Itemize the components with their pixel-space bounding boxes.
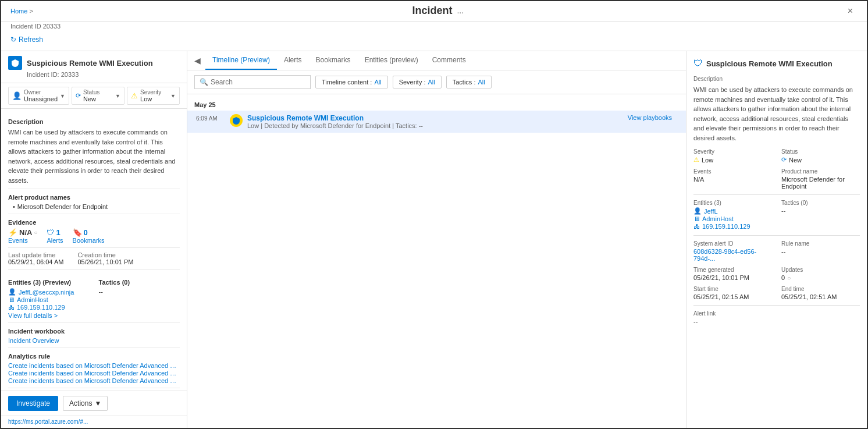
analytics-link-3[interactable]: Create incidents based on Microsoft Defe…	[8, 377, 180, 384]
user-icon: 👤	[8, 288, 16, 296]
bookmarks-icon: 🔖	[73, 228, 82, 237]
tactics-label: Tactics (0)	[99, 279, 180, 286]
timeline-content: May 25 6:09 AM Suspicious Remote WMI Exe…	[187, 94, 686, 428]
view-playbooks-link[interactable]: View playbooks	[628, 114, 679, 121]
filters-bar: 🔍 Timeline content : All Severity : All …	[187, 70, 686, 94]
description-title: Description	[8, 118, 180, 125]
timeline-item[interactable]: 6:09 AM Suspicious Remote WMI Execution …	[187, 111, 686, 133]
severity-dropdown[interactable]: ⚠ Severity Low ▼	[127, 87, 180, 105]
actions-button[interactable]: Actions ▼	[63, 396, 108, 411]
timeline-date-header: May 25	[187, 99, 686, 111]
left-panel-footer: Investigate Actions ▼	[1, 391, 187, 416]
view-full-details-link[interactable]: View full details >	[8, 312, 90, 319]
alerts-icon: 🛡	[47, 228, 54, 237]
right-network-icon: 🖧	[693, 223, 700, 230]
search-input-wrap[interactable]: 🔍	[194, 75, 311, 89]
actions-chevron-icon: ▼	[94, 399, 101, 407]
owner-dropdown[interactable]: 👤 Owner Unassigned ▼	[8, 87, 69, 105]
alert-product-title: Alert product names	[8, 194, 180, 201]
refresh-button[interactable]: ↻ Refresh	[10, 33, 858, 46]
tab-bookmarks[interactable]: Bookmarks	[309, 51, 358, 70]
right-entity-1-link[interactable]: 👤 JeffL	[693, 207, 772, 215]
right-rule-name-field: Rule name --	[781, 240, 860, 262]
tab-comments[interactable]: Comments	[425, 51, 473, 70]
right-time-generated-field: Time generated 05/26/21, 10:01 PM	[693, 267, 772, 281]
evidence-row: ⚡ N/A ○ Events 🛡 1 Alerts	[8, 228, 180, 244]
tab-timeline[interactable]: Timeline (Preview)	[205, 51, 277, 70]
search-input[interactable]	[211, 78, 304, 86]
person-icon: 👤	[12, 91, 22, 100]
bookmarks-label[interactable]: Bookmarks	[73, 237, 105, 244]
right-host-icon: 🖥	[693, 215, 700, 222]
timeline-content-filter[interactable]: Timeline content : All	[315, 76, 388, 88]
workbook-link[interactable]: Incident Overview	[8, 337, 180, 344]
analytics-title: Analytics rule	[8, 353, 180, 360]
incident-info-header: Suspicious Remote WMI Execution Incident…	[1, 51, 187, 83]
right-end-time-field: End time 05/25/21, 02:51 AM	[781, 286, 860, 300]
creation-label: Creation time	[77, 251, 133, 258]
close-button[interactable]: ×	[843, 3, 858, 19]
right-entity-2-link[interactable]: 🖥 AdminHost	[693, 215, 772, 222]
right-start-time-value: 05/25/21, 02:15 AM	[693, 293, 772, 300]
left-panel-content: Description WMI can be used by attackers…	[1, 109, 187, 391]
right-status-value: ⟳ New	[781, 156, 860, 164]
right-entity-3-link[interactable]: 🖧 169.159.110.129	[693, 223, 772, 230]
tactics-filter-label: Tactics :	[453, 79, 476, 86]
severity-low-icon: ⚠	[693, 156, 699, 164]
description-text: WMI can be used by attackers to execute …	[8, 127, 180, 185]
incident-icon	[8, 56, 22, 70]
entity-2-link[interactable]: 🖥 AdminHost	[8, 296, 90, 303]
right-entities-section: Entities (3) 👤 JeffL 🖥 AdminHost 🖧 169.1…	[693, 200, 860, 231]
tab-alerts[interactable]: Alerts	[277, 51, 309, 70]
severity-icon: ⚠	[131, 91, 138, 100]
search-icon: 🔍	[200, 78, 208, 86]
events-label[interactable]: Events	[8, 237, 37, 244]
tactics-filter-value: All	[478, 79, 485, 86]
analytics-link-1[interactable]: Create incidents based on Microsoft Defe…	[8, 362, 180, 369]
analytics-link-2[interactable]: Create incidents based on Microsoft Defe…	[8, 370, 180, 377]
right-alert-link-field: Alert link --	[693, 310, 860, 325]
right-updates-field: Updates 0 ○	[781, 267, 860, 281]
status-dropdown[interactable]: ⟳ Status New ▼	[72, 87, 124, 105]
incident-id: Incident ID 20333	[10, 23, 858, 30]
tactics-filter[interactable]: Tactics : All	[446, 76, 492, 88]
timeline-content-label: Timeline content :	[322, 79, 372, 86]
severity-value: Low	[140, 95, 152, 102]
status-chevron-icon: ▼	[115, 93, 120, 99]
more-options-button[interactable]: ...	[457, 6, 464, 15]
right-alert-link-value: --	[693, 318, 860, 325]
entity-1-link[interactable]: 👤 JeffL@seccxp.ninja	[8, 288, 90, 296]
right-start-time-field: Start time 05/25/21, 02:15 AM	[693, 286, 772, 300]
timeline-content-value: All	[374, 79, 381, 86]
alerts-label[interactable]: Alerts	[47, 237, 63, 244]
investigate-button[interactable]: Investigate	[8, 396, 58, 411]
right-rule-name-value: --	[781, 248, 860, 255]
bottom-url: https://ms.portal.azure.com/#...	[8, 419, 88, 425]
severity-filter[interactable]: Severity : All	[393, 76, 442, 88]
right-panel: 🛡 Suspicious Remote WMI Execution Descri…	[686, 51, 867, 428]
right-product-value: Microsoft Defender for Endpoint	[781, 176, 860, 190]
collapse-button[interactable]: ◀	[194, 56, 201, 65]
tactics-value: --	[99, 288, 180, 295]
severity-filter-value: All	[428, 79, 435, 86]
tab-entities[interactable]: Entities (preview)	[358, 51, 425, 70]
right-severity-value: ⚠ Low	[693, 156, 772, 164]
timeline-item-icon	[230, 114, 243, 127]
right-status-field: Status ⟳ New	[781, 148, 860, 164]
right-tactics-value: --	[781, 207, 860, 214]
right-panel-fields: Severity ⚠ Low Status ⟳ New Events N/A	[693, 148, 860, 190]
status-icon: ⟳	[76, 92, 81, 100]
entity-3-link[interactable]: 🖧 169.159.110.129	[8, 304, 90, 311]
alerts-evidence: 🛡 1 Alerts	[47, 228, 63, 244]
timeline-item-title: Suspicious Remote WMI Execution	[247, 114, 623, 122]
timeline-item-content: Suspicious Remote WMI Execution Low | De…	[247, 114, 623, 129]
right-system-alert-id-value[interactable]: 608d6328-98c4-ed56-794d-...	[693, 248, 772, 262]
home-link[interactable]: Home	[10, 8, 27, 15]
events-circle-icon: ○	[34, 229, 37, 236]
right-severity-field: Severity ⚠ Low	[693, 148, 772, 164]
timeline-item-subtitle: Low | Detected by Microsoft Defender for…	[247, 122, 623, 129]
right-system-alert-id-field: System alert ID 608d6328-98c4-ed56-794d-…	[693, 240, 772, 262]
creation-value: 05/26/21, 10:01 PM	[77, 258, 133, 265]
timeline-date: May 25	[194, 101, 216, 108]
incident-title: Suspicious Remote WMI Execution	[27, 59, 153, 68]
